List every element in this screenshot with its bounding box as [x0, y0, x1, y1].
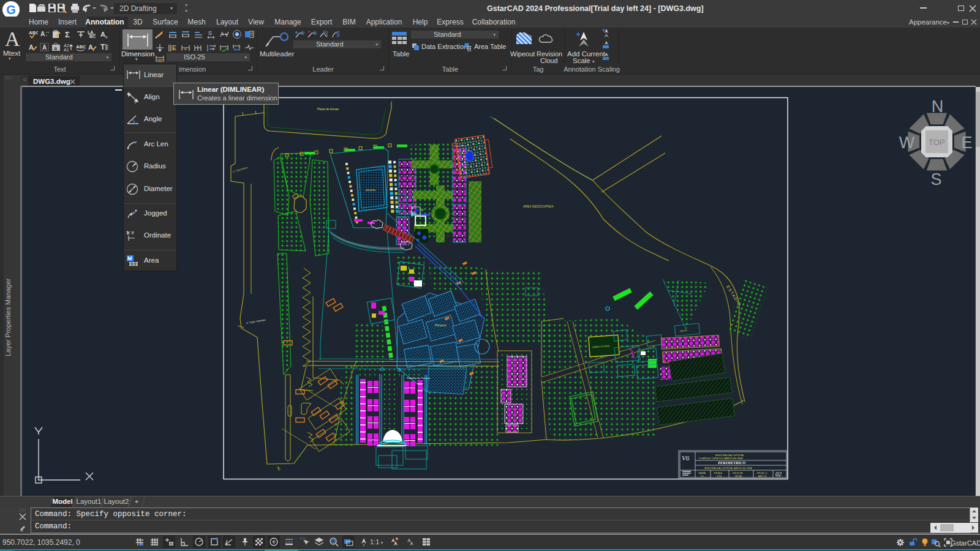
- svg-text:"COMPLEJO TURISTICO BAÑOS DEL: "COMPLEJO TURISTICO BAÑOS DEL INKA": [698, 457, 744, 460]
- svg-text:X Y: X Y: [127, 230, 134, 236]
- svg-text:ESCALA: ESCALA: [714, 472, 722, 474]
- svg-text:Plaza de Armas: Plaza de Armas: [317, 107, 339, 111]
- svg-text:ABC: ABC: [76, 44, 86, 50]
- svg-text:ABR 2.12: ABR 2.12: [758, 475, 767, 478]
- svg-text:A1: A1: [64, 48, 69, 52]
- svg-text:BC: BC: [89, 34, 96, 39]
- svg-text:PERIMETRICO: PERIMETRICO: [718, 460, 745, 465]
- svg-text:AREA DESOCUPADA: AREA DESOCUPADA: [523, 205, 554, 208]
- svg-text:V6: V6: [682, 454, 690, 462]
- svg-text:S: S: [208, 30, 212, 36]
- svg-text:MUNICIPALIDAD DISTRITAL: MUNICIPALIDAD DISTRITAL: [715, 454, 744, 457]
- svg-text:,: ,: [321, 542, 322, 547]
- svg-text:T: T: [100, 43, 105, 51]
- svg-text:E: E: [961, 133, 972, 152]
- svg-text:A: A: [40, 31, 45, 37]
- svg-text:G: G: [6, 3, 16, 17]
- svg-text:A2: A2: [64, 43, 69, 48]
- svg-text:Σ: Σ: [65, 30, 70, 39]
- svg-text:A: A: [100, 31, 105, 38]
- svg-text:1/750: 1/750: [717, 475, 722, 478]
- svg-text:M: M: [127, 255, 132, 261]
- svg-text:N: N: [932, 97, 944, 116]
- svg-text:MUNICIPALIDAD DISTRITAL BAÑOS: MUNICIPALIDAD DISTRITAL BAÑOS DEL INKA: [704, 467, 752, 470]
- svg-text:TOP: TOP: [929, 138, 945, 147]
- svg-text:REV. AL.CL: REV. AL.CL: [757, 472, 767, 474]
- svg-text:1/1...: 1/1...: [701, 475, 705, 478]
- svg-text:ABC: ABC: [29, 30, 38, 36]
- svg-text:Pabellon de Turismo: Pabellon de Turismo: [407, 377, 431, 380]
- svg-text:LAMINA: LAMINA: [698, 472, 706, 474]
- svg-text:piscina: piscina: [366, 188, 375, 192]
- svg-text:DIB. BL.RA: DIB. BL.RA: [733, 472, 743, 474]
- svg-text:S: S: [930, 170, 941, 189]
- svg-text:A: A: [88, 43, 93, 51]
- svg-text:A: A: [42, 44, 47, 51]
- svg-text:E: E: [172, 45, 176, 51]
- svg-text:W: W: [899, 133, 915, 152]
- svg-text:FECHA: FECHA: [735, 475, 742, 478]
- svg-text:02: 02: [775, 471, 782, 478]
- svg-text:LA: LA: [88, 30, 93, 34]
- svg-text:Parqueo: Parqueo: [435, 323, 447, 327]
